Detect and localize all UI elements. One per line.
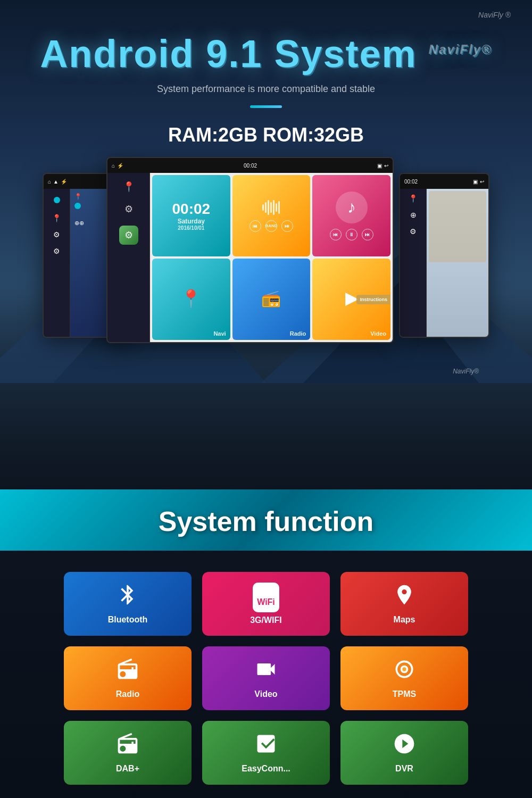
tile-dvr[interactable]: DVR [340, 721, 468, 785]
video-icon [254, 658, 278, 686]
app-tile-video[interactable]: ▶ Video Instructions [312, 259, 390, 340]
bluetooth-label: Bluetooth [108, 615, 148, 625]
video-label-fn: Video [254, 689, 277, 699]
radio-waves [262, 200, 280, 215]
svg-point-2 [402, 667, 406, 671]
app-tile-music[interactable]: ♪ ⏮ ⏸ ⏭ [312, 175, 390, 256]
tile-tpms[interactable]: TPMS [340, 646, 468, 710]
location-pin-right: 📍 [409, 194, 418, 203]
maps-label: Maps [394, 615, 415, 625]
dvr-icon [393, 732, 416, 761]
wifi-icon: WiFi [253, 583, 279, 612]
dab-label: DAB+ [116, 764, 139, 774]
radio-icon [116, 658, 139, 686]
small-sidebar-left: 📍 ⚙ ⚙ [44, 189, 70, 337]
tile-radio[interactable]: Radio [64, 646, 192, 710]
tile-easyconn[interactable]: EasyConn... [202, 721, 330, 785]
function-grid: Bluetooth WiFi 3G/WIFI Maps [0, 551, 532, 798]
clock-display: 00:02 [172, 201, 211, 218]
instruction-label: Instructions [356, 295, 390, 304]
app-grid: 00:02 Saturday 2016/10/01 [150, 173, 393, 342]
tile-dab[interactable]: DAB+ [64, 721, 192, 785]
screen-main-header: ⌂ ⚡ 00:02 ▣ ↩ [107, 158, 393, 173]
video-label: Video [370, 330, 386, 337]
tpms-label: TPMS [393, 689, 416, 699]
dvr-label: DVR [395, 764, 413, 774]
tile-video[interactable]: Video [202, 646, 330, 710]
app-tile-navi[interactable]: 📍 Navi [152, 259, 230, 340]
clock-day: Saturday [178, 218, 205, 225]
navifly-watermark: NaviFly® [453, 368, 479, 375]
main-title: Android 9.1 System NaviFly® [40, 32, 492, 76]
radio-label: Radio [116, 689, 139, 699]
sidebar-strip: 📍 ⚙ ⚙ [107, 173, 150, 342]
ram-rom-info: RAM:2GB ROM:32GB [168, 124, 364, 146]
hero-subtitle: System performance is more compatible an… [157, 84, 375, 95]
maps-icon [393, 583, 416, 612]
settings-active[interactable]: ⚙ [119, 226, 138, 245]
screens-container: ⌂ ▲ ⚡ 📍 ⚙ ⚙ 📍 ⊕⊕ [27, 157, 505, 386]
dab-icon [116, 732, 139, 761]
section-title: System function [0, 505, 532, 537]
radio2-label: Radio [290, 330, 306, 337]
screen-right-header: 00:02 ▣ ↩ [400, 174, 488, 189]
player-controls-music: ⏮ ⏸ ⏭ [330, 229, 373, 240]
location-pin: 📍 [52, 214, 61, 222]
app-tile-radio2[interactable]: 📻 Radio [232, 259, 311, 340]
divider-bar [250, 105, 282, 108]
hero-section: NaviFly ® Android 9.1 System NaviFly® Sy… [0, 0, 532, 489]
brand-inline: NaviFly® [429, 42, 492, 56]
tpms-icon [393, 658, 416, 686]
section-header: System function [0, 489, 532, 551]
small-main-right [427, 189, 488, 337]
easyconn-label: EasyConn... [242, 764, 290, 774]
small-sidebar-right: 📍 ⊕ ⚙ [400, 189, 427, 337]
tile-wifi[interactable]: WiFi 3G/WIFI [202, 572, 330, 636]
screen-right: 00:02 ▣ ↩ 📍 ⊕ ⚙ [399, 173, 489, 338]
main-content: 📍 ⚙ ⚙ 00:02 Saturday 2016/10/01 [107, 173, 393, 342]
app-tile-radio[interactable]: ⏮ BAND ⏭ [232, 175, 311, 256]
player-controls-radio: ⏮ BAND ⏭ [250, 220, 293, 232]
system-function-section: System function Bluetooth WiFi 3G/WIFI [0, 489, 532, 798]
wifi-label: 3G/WIFI [250, 616, 282, 625]
app-tile-clock[interactable]: 00:02 Saturday 2016/10/01 [152, 175, 230, 256]
tile-maps[interactable]: Maps [340, 572, 468, 636]
screen-main: ⌂ ⚡ 00:02 ▣ ↩ 📍 ⚙ ⚙ [106, 157, 394, 343]
settings-icon-1: ⚙ [124, 203, 133, 215]
tile-bluetooth[interactable]: Bluetooth [64, 572, 192, 636]
bluetooth-icon [116, 583, 139, 612]
easyconn-icon [254, 732, 278, 761]
brand-logo: NaviFly ® [478, 11, 511, 19]
screen-time: 00:02 [244, 163, 257, 169]
navi-label: Navi [213, 330, 226, 337]
nav-active-icon: 📍 [123, 181, 135, 193]
blue-dot [54, 197, 60, 203]
clock-date: 2016/10/01 [178, 225, 204, 231]
